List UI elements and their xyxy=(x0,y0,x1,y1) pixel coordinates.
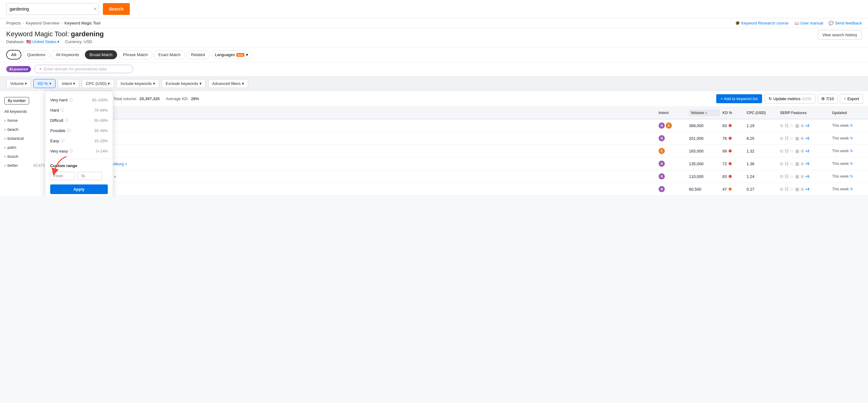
serp-icon-6e[interactable]: ⊕ xyxy=(801,186,804,192)
settings-button[interactable]: ⚙ 7/10 xyxy=(818,94,837,104)
serp-plus-2[interactable]: +5 xyxy=(805,136,809,140)
kd-apply-button[interactable]: Apply xyxy=(50,184,108,194)
kd-option-very-hard[interactable]: Very hard ⓘ 85–100% xyxy=(45,95,113,105)
search-clear-icon[interactable]: × xyxy=(94,6,97,12)
col-serp: SERP Features xyxy=(780,111,830,115)
kd-option-difficult[interactable]: Difficult ⓘ 50–69% xyxy=(45,115,113,125)
breadcrumb-projects[interactable]: Projects xyxy=(6,21,21,25)
tab-all-keywords[interactable]: All Keywords xyxy=(51,50,84,59)
serp-icon-1a[interactable]: ⧉ xyxy=(780,123,783,128)
serp-icon-5a[interactable]: ⧉ xyxy=(780,174,783,179)
serp-icon-5e[interactable]: ⊕ xyxy=(801,174,804,179)
keyword-link-1[interactable]: busch gardens » xyxy=(74,123,656,128)
serp-icon-3b[interactable]: ⛓ xyxy=(784,148,789,153)
add-to-keyword-list-button[interactable]: + Add to keyword list xyxy=(716,94,762,103)
languages-button[interactable]: Languages beta ▾ xyxy=(211,51,252,59)
tab-related[interactable]: Related xyxy=(186,50,210,59)
ai-powered-badge: AI-powered xyxy=(6,66,31,72)
keyword-link-2[interactable]: longwood gardens » xyxy=(74,136,656,141)
breadcrumb-overview[interactable]: Keyword Overview xyxy=(26,21,59,25)
serp-icon-2d[interactable]: ▦ xyxy=(795,136,799,141)
serp-plus-3[interactable]: +2 xyxy=(805,149,809,153)
advanced-filters[interactable]: Advanced filters ▾ xyxy=(208,79,248,88)
updated-1: This week ↻ xyxy=(832,123,863,128)
kd-option-very-easy[interactable]: Very easy ⓘ 0–14% xyxy=(45,146,113,156)
serp-icons-2: ⧉ ⛓ ☆ ▦ ⊕ +5 xyxy=(780,136,830,141)
manual-link[interactable]: 📖 User manual xyxy=(794,21,824,25)
serp-icon-5d[interactable]: ▦ xyxy=(795,174,799,179)
serp-icon-1b[interactable]: ⛓ xyxy=(784,123,789,128)
intent-badge-n-4: N xyxy=(659,161,665,167)
serp-icon-6a[interactable]: ⧉ xyxy=(780,186,783,192)
kd-to-input[interactable] xyxy=(78,172,102,180)
serp-icon-3c[interactable]: ☆ xyxy=(790,148,794,153)
volume-filter[interactable]: Volume ▾ xyxy=(6,79,31,88)
serp-icon-5c[interactable]: ☆ xyxy=(790,174,794,179)
top-bar: × Search xyxy=(0,0,868,18)
table-row: ⊕ busch gardens williamsburg » N 135,000… xyxy=(54,157,868,170)
tab-questions[interactable]: Questions xyxy=(23,50,50,59)
search-button[interactable]: Search xyxy=(103,3,130,15)
serp-plus-4[interactable]: +5 xyxy=(805,162,809,166)
include-keywords-filter[interactable]: Include keywords ▾ xyxy=(117,79,159,88)
serp-icon-6c[interactable]: ☆ xyxy=(790,186,794,192)
keyword-link-3[interactable]: botanical gardens » xyxy=(74,149,656,153)
kd-filter[interactable]: KD % ▾ xyxy=(33,79,55,88)
serp-icon-4a[interactable]: ⧉ xyxy=(780,161,783,167)
serp-icon-6d[interactable]: ▦ xyxy=(795,186,799,192)
tab-phrase-match[interactable]: Phrase Match xyxy=(118,50,152,59)
cpc-1: 1.19 xyxy=(747,123,778,128)
volume-3: 165,000 xyxy=(689,149,720,153)
col-updated: Updated xyxy=(832,111,863,115)
serp-icon-4e[interactable]: ⊕ xyxy=(801,161,804,166)
export-button[interactable]: ↑ Export xyxy=(840,94,863,104)
serp-icon-5b[interactable]: ⛓ xyxy=(784,174,789,179)
serp-icon-4d[interactable]: ▦ xyxy=(795,161,799,166)
intent-filter[interactable]: Intent ▾ xyxy=(58,79,80,88)
tab-broad-match[interactable]: Broad Match xyxy=(85,50,117,59)
serp-plus-5[interactable]: +5 xyxy=(805,175,809,178)
kd-from-input[interactable] xyxy=(50,172,75,180)
intent-badge-n-1: N xyxy=(659,122,665,128)
by-number-button[interactable]: By number xyxy=(4,97,29,105)
database-row: Database: 🇺🇸 United States ▾ Currency: U… xyxy=(6,39,104,44)
col-volume[interactable]: Volume ⇅ xyxy=(689,109,720,116)
serp-icon-2e[interactable]: ⊕ xyxy=(801,136,804,141)
serp-icon-1d[interactable]: ▦ xyxy=(795,123,799,128)
keyword-link-6[interactable]: callaway gardens » xyxy=(74,187,656,192)
kd-option-possible[interactable]: Possible ⓘ 30–49% xyxy=(45,125,113,136)
serp-icon-2c[interactable]: ☆ xyxy=(790,136,794,141)
database-selector[interactable]: 🇺🇸 United States ▾ xyxy=(26,39,60,44)
exclude-keywords-filter[interactable]: Exclude keywords ▾ xyxy=(162,79,206,88)
view-history-button[interactable]: View search history xyxy=(818,30,862,40)
ai-domain-input-wrap: ✦ Enter domain for personalized data xyxy=(34,65,133,73)
kd-option-easy[interactable]: Easy ⓘ 15–29% xyxy=(45,136,113,146)
update-metrics-button[interactable]: ↻ Update metrics 0/250 xyxy=(765,94,815,104)
serp-plus-6[interactable]: +4 xyxy=(805,187,809,191)
keyword-link-5[interactable]: busch gardens tampa » xyxy=(74,174,656,179)
course-link[interactable]: 🎓 Keyword Research course xyxy=(735,21,788,25)
ai-domain-input-placeholder[interactable]: Enter domain for personalized data xyxy=(44,67,106,71)
tab-exact-match[interactable]: Exact Match xyxy=(154,50,185,59)
serp-icon-4b[interactable]: ⛓ xyxy=(784,161,789,166)
serp-icon-3e[interactable]: ⊕ xyxy=(801,148,804,153)
serp-icon-6b[interactable]: ⛓ xyxy=(784,186,789,192)
content-area: Total keywords: 1,134,761 Total volume: … xyxy=(54,91,868,196)
serp-icon-2a[interactable]: ⧉ xyxy=(780,136,783,141)
serp-icon-3a[interactable]: ⧉ xyxy=(780,148,783,154)
serp-icon-2b[interactable]: ⛓ xyxy=(784,136,789,141)
serp-plus-1[interactable]: +2 xyxy=(805,124,809,127)
search-input[interactable] xyxy=(6,3,99,15)
feedback-link[interactable]: 💬 Send feedback xyxy=(829,21,862,25)
serp-icon-1e[interactable]: ⊕ xyxy=(801,123,804,128)
keyword-link-4[interactable]: busch gardens williamsburg » xyxy=(74,162,656,166)
kd-option-hard[interactable]: Hard ⓘ 70–84% xyxy=(45,105,113,115)
serp-icon-1c[interactable]: ☆ xyxy=(790,123,794,128)
page-title: Keyword Magic Tool: gardening xyxy=(6,30,104,38)
serp-icon-3d[interactable]: ▦ xyxy=(795,148,799,153)
serp-icon-4c[interactable]: ☆ xyxy=(790,161,794,166)
updated-3: This week ↻ xyxy=(832,149,863,153)
table-row: ⊕ callaway gardens » N 60,500 47 0.27 ⧉ … xyxy=(54,183,868,196)
cpc-filter[interactable]: CPC (USD) ▾ xyxy=(82,79,114,88)
tab-all[interactable]: All xyxy=(6,50,21,59)
